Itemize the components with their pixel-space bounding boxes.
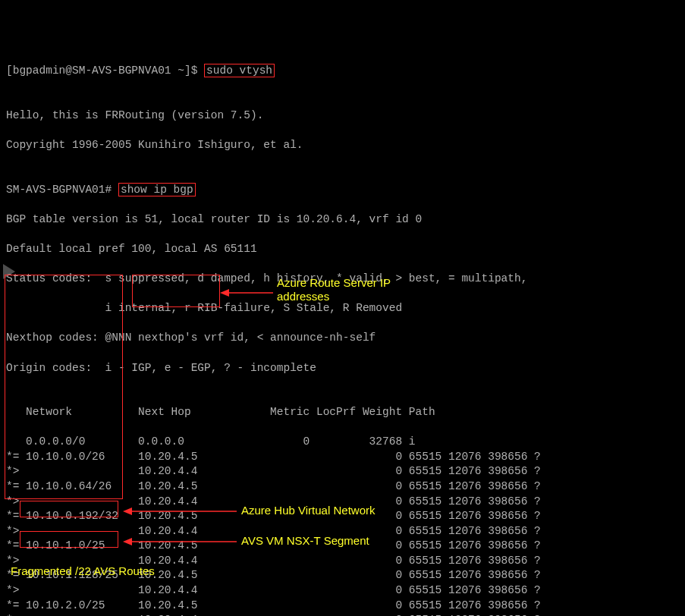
prompt-frr: SM-AVS-BGPNVA01#	[6, 184, 118, 196]
cmd-1[interactable]: sudo vtysh	[206, 64, 272, 77]
bgp-info-6: Origin codes: i - IGP, e - EGP, ? - inco…	[6, 361, 679, 376]
annotation-route-server: Azure Route Server IP addresses	[277, 276, 398, 303]
route-row: *= 10.10.2.0/25 10.20.4.5 0 65515 12076 …	[6, 599, 679, 614]
route-row: *> 10.20.4.4 0 65515 12076 398656 ?	[6, 613, 679, 616]
route-row: 0.0.0.0/0 0.0.0.0 0 32768 i	[6, 435, 679, 450]
table-header: Network Next Hop Metric LocPrf Weight Pa…	[6, 405, 679, 420]
arrow-route-server	[220, 285, 273, 300]
cmd-2[interactable]: show ip bgp	[121, 184, 193, 196]
prompt-user: [bgpadmin@SM-AVS-BGPNVA01 ~]$	[6, 64, 204, 77]
route-row: *= 10.10.0.0/26 10.20.4.5 0 65515 12076 …	[6, 450, 679, 465]
bgp-info-2: Default local pref 100, local AS 65111	[6, 242, 679, 257]
bgp-info-5: Nexthop codes: @NNN nexthop's vrf id, < …	[6, 331, 679, 346]
highlight-cmd-2: show ip bgp	[118, 183, 196, 196]
prompt-line-1: [bgpadmin@SM-AVS-BGPNVA01 ~]$ sudo vtysh	[6, 64, 679, 79]
prompt-line-2: SM-AVS-BGPNVA01# show ip bgp	[6, 183, 679, 198]
bgp-info-4: i internal, r RIB-failure, S Stale, R Re…	[6, 301, 679, 316]
bgp-routes-table: 0.0.0.0/0 0.0.0.0 0 32768 i*= 10.10.0.0/…	[6, 435, 679, 616]
highlight-cmd-1: sudo vtysh	[204, 64, 275, 77]
annotation-hub-vnet: Azure Hub Virtual Network	[241, 504, 375, 517]
route-row: *> 10.20.4.4 0 65515 12076 398656 ?	[6, 583, 679, 599]
hello-2: Copyright 1996-2005 Kunihiro Ishiguro, e…	[6, 138, 679, 153]
route-row: *= 10.10.0.64/26 10.20.4.5 0 65515 12076…	[6, 479, 679, 495]
svg-marker-1	[220, 289, 229, 297]
hello-1: Hello, this is FRRouting (version 7.5).	[6, 108, 679, 124]
annotation-nsx-seg: AVS VM NSX-T Segment	[241, 534, 369, 548]
annotation-fragmented: Fragmented /22 AVS Routes	[11, 564, 155, 578]
route-row: *> 10.20.4.4 0 65515 12076 398656 ?	[6, 464, 679, 479]
bgp-info-1: BGP table version is 51, local router ID…	[6, 212, 679, 228]
